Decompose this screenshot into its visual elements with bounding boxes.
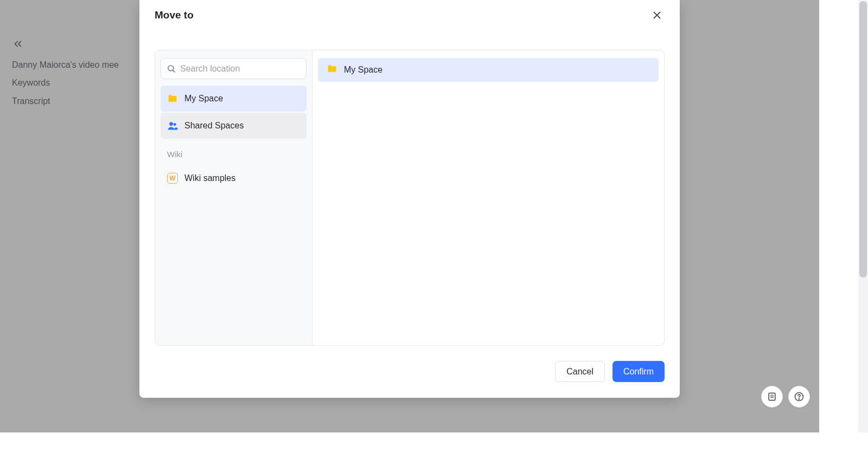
svg-line-3 — [173, 70, 175, 72]
location-wiki-samples[interactable]: W Wiki samples — [161, 165, 307, 191]
search-input[interactable] — [180, 64, 301, 74]
modal-body: My Space Shared Spaces Wiki W — [155, 50, 665, 346]
people-icon — [167, 120, 178, 131]
svg-point-10 — [799, 399, 799, 399]
help-icon — [794, 391, 805, 402]
wiki-section-label: Wiki — [161, 140, 307, 165]
note-icon — [767, 391, 777, 402]
svg-point-4 — [169, 122, 173, 126]
floating-note-button[interactable] — [761, 386, 783, 408]
folder-icon — [327, 63, 337, 76]
close-button[interactable] — [649, 8, 665, 23]
modal-title: Move to — [155, 9, 194, 21]
move-to-modal: Move to — [139, 0, 680, 398]
folder-icon — [167, 93, 178, 104]
scrollbar-thumb[interactable] — [859, 1, 867, 277]
location-label: My Space — [184, 94, 223, 104]
confirm-button[interactable]: Confirm — [612, 361, 665, 382]
search-icon — [167, 64, 176, 73]
close-icon — [651, 9, 663, 21]
scrollbar-track[interactable] — [858, 0, 868, 432]
search-field[interactable] — [161, 58, 307, 79]
location-label: Wiki samples — [184, 173, 235, 183]
location-shared-spaces[interactable]: Shared Spaces — [161, 113, 307, 139]
modal-footer: Cancel Confirm — [139, 346, 680, 397]
location-my-space[interactable]: My Space — [161, 86, 307, 112]
svg-point-5 — [174, 123, 176, 126]
floating-help-button[interactable] — [788, 386, 810, 408]
cancel-button[interactable]: Cancel — [555, 361, 605, 382]
destination-pane: My Space — [312, 50, 664, 345]
breadcrumb-my-space[interactable]: My Space — [318, 58, 659, 82]
breadcrumb-label: My Space — [344, 65, 382, 75]
location-tree-pane: My Space Shared Spaces Wiki W — [155, 50, 312, 345]
location-label: Shared Spaces — [184, 121, 244, 131]
modal-header: Move to — [139, 0, 680, 23]
wiki-icon: W — [167, 173, 178, 184]
